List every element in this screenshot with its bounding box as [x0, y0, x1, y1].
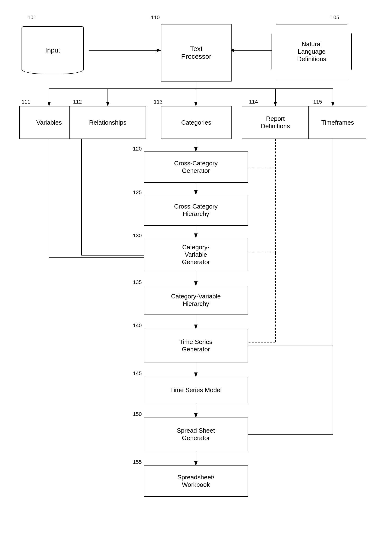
time-series-generator-box: Time Series Generator	[144, 329, 248, 362]
ref-110: 110	[151, 14, 160, 21]
category-variable-hierarchy-box: Category-Variable Hierarchy	[144, 286, 248, 314]
categories-box: Categories	[161, 106, 232, 139]
ref-105: 105	[330, 14, 339, 21]
spread-sheet-generator-box: Spread Sheet Generator	[144, 418, 248, 451]
category-variable-generator-box: Category- Variable Generator	[144, 238, 248, 271]
ref-115: 115	[313, 99, 322, 105]
ref-145: 145	[133, 370, 142, 377]
ref-111: 111	[22, 99, 30, 105]
time-series-model-box: Time Series Model	[144, 377, 248, 403]
cross-category-generator-box: Cross-Category Generator	[144, 151, 248, 183]
ref-130: 130	[133, 233, 142, 239]
natural-language-box: Natural Language Definitions	[272, 24, 352, 79]
ref-155: 155	[133, 459, 142, 465]
text-processor-box: Text Processor	[161, 24, 232, 81]
ref-113: 113	[154, 99, 163, 105]
ref-114: 114	[249, 99, 258, 105]
ref-140: 140	[133, 322, 142, 329]
ref-120: 120	[133, 146, 142, 152]
ref-125: 125	[133, 189, 142, 196]
ref-135: 135	[133, 279, 142, 285]
spreadsheet-workbook-box: Spreadsheet/ Workbook	[144, 465, 248, 497]
relationships-box: Relationships	[69, 106, 146, 139]
cross-category-hierarchy-box: Cross-Category Hierarchy	[144, 195, 248, 226]
diagram: 101 Input 110 Text Processor 105 Natural…	[0, 0, 392, 535]
report-definitions-box: Report Definitions	[242, 106, 309, 139]
timeframes-box: Timeframes	[309, 106, 366, 139]
ref-101: 101	[28, 14, 36, 21]
ref-150: 150	[133, 411, 142, 417]
ref-112: 112	[73, 99, 82, 105]
input-box: Input	[22, 26, 84, 74]
